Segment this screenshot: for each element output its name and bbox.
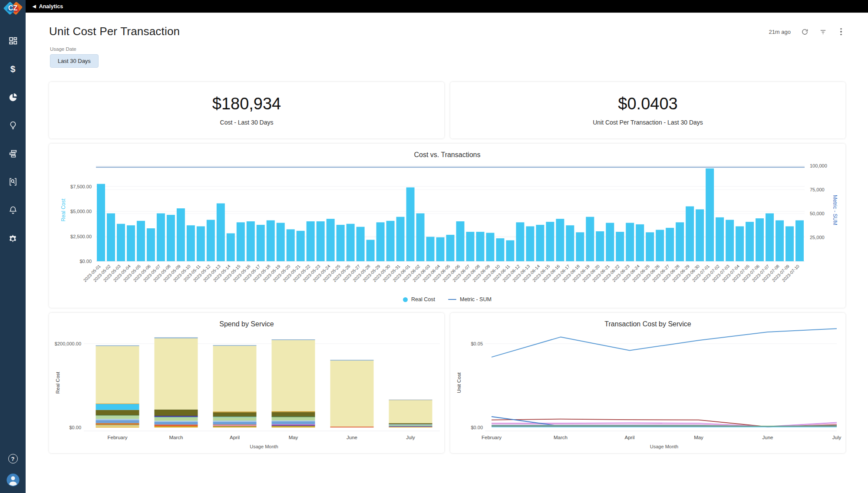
bar[interactable] [526, 227, 534, 262]
stack-segment[interactable] [213, 426, 257, 427]
bar[interactable] [716, 217, 724, 261]
bar[interactable] [97, 184, 105, 261]
bar[interactable] [107, 214, 115, 261]
bar[interactable] [247, 221, 255, 261]
bar[interactable] [536, 225, 544, 261]
stack-segment[interactable] [213, 427, 257, 427]
stack-segment[interactable] [96, 345, 139, 346]
bar[interactable] [416, 214, 425, 261]
bar[interactable] [776, 220, 784, 261]
stack-segment[interactable] [96, 410, 139, 415]
stack-segment[interactable] [213, 421, 257, 421]
bar[interactable] [486, 233, 494, 261]
dashboard-icon[interactable] [8, 36, 18, 46]
bar[interactable] [566, 225, 574, 261]
bar[interactable] [546, 222, 554, 261]
stack-segment[interactable] [155, 421, 198, 424]
bar[interactable] [656, 230, 664, 261]
bar[interactable] [177, 208, 185, 261]
bar[interactable] [376, 222, 385, 261]
bar[interactable] [756, 218, 764, 261]
stack-segment[interactable] [96, 425, 139, 427]
stack-segment[interactable] [155, 417, 198, 417]
refresh-icon[interactable] [800, 27, 809, 36]
bar[interactable] [686, 207, 694, 262]
stack-segment[interactable] [213, 345, 257, 345]
stack-segment[interactable] [389, 423, 432, 424]
bar[interactable] [785, 227, 794, 262]
stack-segment[interactable] [330, 361, 374, 427]
bar[interactable] [456, 221, 464, 261]
kebab-menu-icon[interactable] [837, 27, 845, 36]
stack-segment[interactable] [96, 423, 139, 425]
bar[interactable] [516, 222, 524, 261]
stack-segment[interactable] [213, 411, 257, 412]
stack-segment[interactable] [272, 416, 315, 417]
bar[interactable] [706, 168, 714, 261]
bar[interactable] [167, 215, 175, 261]
stack-segment[interactable] [155, 338, 198, 339]
stack-segment[interactable] [96, 415, 139, 415]
stack-segment[interactable] [272, 421, 315, 424]
bar[interactable] [297, 231, 305, 261]
stack-segment[interactable] [389, 426, 432, 427]
lightbulb-icon[interactable] [8, 120, 18, 131]
bar[interactable] [307, 221, 315, 261]
bar[interactable] [766, 214, 774, 261]
bar[interactable] [466, 232, 474, 261]
bar[interactable] [666, 228, 674, 261]
bar[interactable] [616, 232, 624, 261]
stack-segment[interactable] [213, 424, 257, 425]
bar[interactable] [736, 227, 744, 262]
bar[interactable] [795, 220, 804, 261]
stack-segment[interactable] [272, 426, 315, 426]
bar[interactable] [606, 223, 614, 261]
stack-segment[interactable] [213, 346, 257, 412]
bar[interactable] [726, 220, 734, 261]
stack-segment[interactable] [96, 415, 139, 419]
bar[interactable] [157, 214, 165, 261]
bar[interactable] [476, 232, 484, 261]
stack-segment[interactable] [389, 400, 432, 423]
bar[interactable] [277, 223, 285, 261]
bar[interactable] [337, 225, 345, 261]
series-line[interactable] [492, 426, 837, 427]
bar[interactable] [187, 225, 195, 261]
stack-segment[interactable] [96, 404, 139, 410]
list-bars-icon[interactable] [8, 148, 18, 159]
bar[interactable] [117, 224, 125, 261]
bar[interactable] [386, 221, 395, 261]
stack-segment[interactable] [155, 417, 198, 421]
stack-segment[interactable] [389, 400, 432, 400]
bar[interactable] [237, 222, 245, 261]
stack-segment[interactable] [155, 421, 198, 422]
bell-icon[interactable] [8, 205, 18, 215]
stack-segment[interactable] [272, 427, 315, 427]
bar[interactable] [576, 232, 584, 261]
stack-segment[interactable] [389, 425, 432, 426]
cloudzero-logo[interactable]: CZ [4, 1, 22, 16]
scope-brackets-icon[interactable] [8, 177, 18, 187]
stack-segment[interactable] [272, 421, 315, 421]
bar[interactable] [636, 224, 644, 261]
date-range-button[interactable]: Last 30 Days [50, 54, 99, 68]
stack-segment[interactable] [155, 426, 198, 427]
bar[interactable] [426, 237, 435, 261]
legend-item-real-cost[interactable]: Real Cost [403, 296, 435, 302]
bar[interactable] [446, 235, 455, 261]
bar[interactable] [257, 225, 265, 261]
stack-segment[interactable] [272, 411, 315, 412]
stack-segment[interactable] [389, 424, 432, 425]
bar[interactable] [287, 229, 295, 261]
stack-segment[interactable] [155, 338, 198, 409]
dollar-icon[interactable]: $ [8, 64, 18, 74]
filter-icon[interactable] [818, 27, 827, 36]
stack-segment[interactable] [96, 404, 139, 404]
back-analytics-link[interactable]: ◀ Analytics [33, 3, 63, 10]
bar[interactable] [267, 220, 275, 261]
bar[interactable] [436, 237, 445, 261]
stack-segment[interactable] [213, 421, 257, 424]
bar[interactable] [626, 223, 634, 261]
bar[interactable] [127, 225, 135, 261]
gear-icon[interactable] [8, 233, 18, 243]
